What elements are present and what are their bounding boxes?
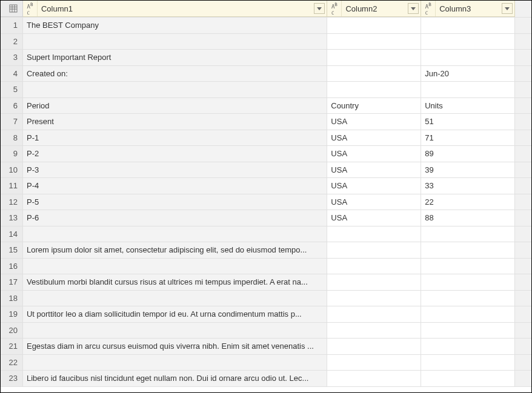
cell-column3[interactable]: 22 xyxy=(421,194,515,210)
table-row[interactable]: 8P-1USA71 xyxy=(1,130,531,147)
table-row[interactable]: 10P-3USA39 xyxy=(1,162,531,179)
row-number[interactable]: 9 xyxy=(1,146,23,162)
table-row[interactable]: 9P-2USA89 xyxy=(1,146,531,162)
cell-column1[interactable] xyxy=(23,291,327,306)
row-number[interactable]: 10 xyxy=(1,162,23,178)
row-number[interactable]: 5 xyxy=(1,82,23,97)
cell-column3[interactable] xyxy=(421,371,515,386)
cell-column2[interactable]: USA xyxy=(327,210,421,226)
table-row[interactable]: 4Created on:Jun-20 xyxy=(1,66,531,82)
row-number[interactable]: 12 xyxy=(1,194,23,210)
cell-column2[interactable]: USA xyxy=(327,114,421,130)
cell-column1[interactable] xyxy=(23,323,327,339)
row-number[interactable]: 1 xyxy=(1,18,23,33)
cell-column2[interactable]: Country xyxy=(327,98,421,114)
cell-column2[interactable] xyxy=(327,66,421,82)
cell-column2[interactable]: USA xyxy=(327,162,421,178)
cell-column2[interactable] xyxy=(327,82,421,97)
table-row[interactable]: 22 xyxy=(1,355,531,371)
row-number[interactable]: 13 xyxy=(1,210,23,226)
cell-column2[interactable] xyxy=(327,34,421,50)
cell-column1[interactable]: Vestibulum morbi blandit cursus risus at… xyxy=(23,274,327,290)
cell-column2[interactable]: USA xyxy=(327,146,421,162)
cell-column1[interactable]: Ut porttitor leo a diam sollicitudin tem… xyxy=(23,306,327,322)
cell-column1[interactable]: P-3 xyxy=(23,162,327,178)
cell-column1[interactable]: Egestas diam in arcu cursus euismod quis… xyxy=(23,339,327,354)
cell-column1[interactable] xyxy=(23,355,327,371)
cell-column3[interactable] xyxy=(421,339,515,354)
table-row[interactable]: 21Egestas diam in arcu cursus euismod qu… xyxy=(1,339,531,355)
table-row[interactable]: 3Supert Important Report xyxy=(1,50,531,66)
text-type-icon[interactable]: ABC xyxy=(421,1,436,16)
cell-column3[interactable] xyxy=(421,274,515,290)
cell-column1[interactable]: Present xyxy=(23,114,327,130)
table-row[interactable]: 12P-5USA22 xyxy=(1,194,531,211)
row-number[interactable]: 21 xyxy=(1,339,23,354)
cell-column1[interactable]: Lorem ipsum dolor sit amet, consectetur … xyxy=(23,242,327,258)
cell-column1[interactable]: Created on: xyxy=(23,66,327,82)
cell-column2[interactable] xyxy=(327,259,421,274)
table-row[interactable]: 15Lorem ipsum dolor sit amet, consectetu… xyxy=(1,242,531,259)
cell-column3[interactable] xyxy=(421,18,515,33)
cell-column2[interactable] xyxy=(327,226,421,242)
cell-column2[interactable] xyxy=(327,355,421,371)
table-row[interactable]: 1The BEST Company xyxy=(1,18,531,34)
row-number[interactable]: 11 xyxy=(1,178,23,194)
cell-column2[interactable] xyxy=(327,242,421,258)
row-number[interactable]: 8 xyxy=(1,130,23,146)
cell-column2[interactable] xyxy=(327,306,421,322)
row-number[interactable]: 6 xyxy=(1,98,23,114)
cell-column3[interactable]: 89 xyxy=(421,146,515,162)
filter-dropdown-button[interactable] xyxy=(502,3,513,14)
cell-column1[interactable]: P-4 xyxy=(23,178,327,194)
cell-column3[interactable] xyxy=(421,291,515,306)
row-number[interactable]: 17 xyxy=(1,274,23,290)
table-row[interactable]: 14 xyxy=(1,226,531,243)
cell-column3[interactable] xyxy=(421,226,515,242)
row-number[interactable]: 3 xyxy=(1,50,23,65)
row-number[interactable]: 15 xyxy=(1,242,23,258)
cell-column3[interactable] xyxy=(421,306,515,322)
filter-dropdown-button[interactable] xyxy=(314,3,325,14)
text-type-icon[interactable]: ABC xyxy=(23,1,38,16)
column-header-3[interactable]: ABC Column3 xyxy=(421,1,515,17)
cell-column2[interactable]: USA xyxy=(327,130,421,146)
cell-column1[interactable]: P-2 xyxy=(23,146,327,162)
row-number[interactable]: 7 xyxy=(1,114,23,130)
row-number[interactable]: 2 xyxy=(1,34,23,50)
table-row[interactable]: 7PresentUSA51 xyxy=(1,114,531,130)
table-row[interactable]: 2 xyxy=(1,34,531,50)
cell-column3[interactable] xyxy=(421,82,515,97)
cell-column1[interactable] xyxy=(23,82,327,97)
table-row[interactable]: 17Vestibulum morbi blandit cursus risus … xyxy=(1,274,531,291)
cell-column3[interactable]: 39 xyxy=(421,162,515,178)
cell-column3[interactable] xyxy=(421,355,515,371)
cell-column1[interactable]: Period xyxy=(23,98,327,114)
cell-column1[interactable]: Supert Important Report xyxy=(23,50,327,65)
cell-column1[interactable]: P-5 xyxy=(23,194,327,210)
row-number[interactable]: 23 xyxy=(1,371,23,386)
row-number[interactable]: 18 xyxy=(1,291,23,306)
row-number[interactable]: 20 xyxy=(1,323,23,339)
cell-column2[interactable]: USA xyxy=(327,194,421,210)
cell-column1[interactable]: Libero id faucibus nisl tincidunt eget n… xyxy=(23,371,327,386)
row-number[interactable]: 22 xyxy=(1,355,23,371)
cell-column3[interactable] xyxy=(421,50,515,65)
cell-column1[interactable]: P-1 xyxy=(23,130,327,146)
row-number[interactable]: 19 xyxy=(1,306,23,322)
table-row[interactable]: 20 xyxy=(1,323,531,339)
cell-column1[interactable]: The BEST Company xyxy=(23,18,327,33)
table-row[interactable]: 5 xyxy=(1,82,531,98)
cell-column2[interactable] xyxy=(327,274,421,290)
select-all-corner[interactable] xyxy=(1,1,23,17)
column-header-1[interactable]: ABC Column1 xyxy=(23,1,327,17)
cell-column1[interactable] xyxy=(23,34,327,50)
table-row[interactable]: 13P-6USA88 xyxy=(1,210,531,226)
table-row[interactable]: 11P-4USA33 xyxy=(1,178,531,194)
cell-column2[interactable]: USA xyxy=(327,178,421,194)
cell-column3[interactable]: 71 xyxy=(421,130,515,146)
cell-column1[interactable] xyxy=(23,226,327,242)
row-number[interactable]: 16 xyxy=(1,259,23,274)
cell-column3[interactable] xyxy=(421,323,515,339)
cell-column1[interactable]: P-6 xyxy=(23,210,327,226)
